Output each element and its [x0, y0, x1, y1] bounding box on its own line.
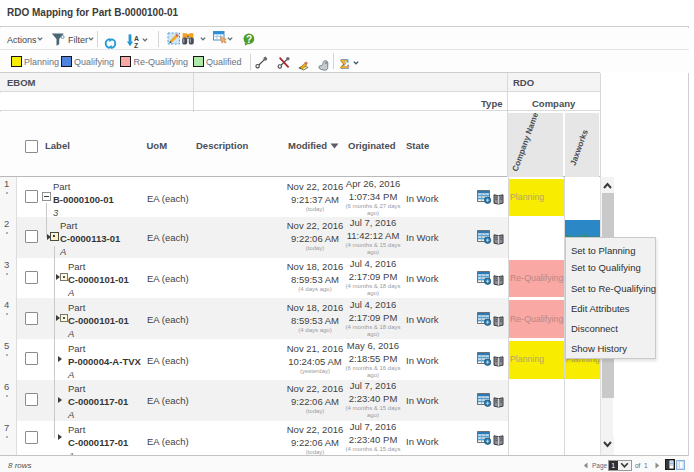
svg-text:A: A [134, 34, 139, 41]
svg-text:Σ: Σ [341, 56, 350, 69]
svg-text:?: ? [246, 33, 252, 44]
svg-text:Z: Z [134, 41, 138, 47]
